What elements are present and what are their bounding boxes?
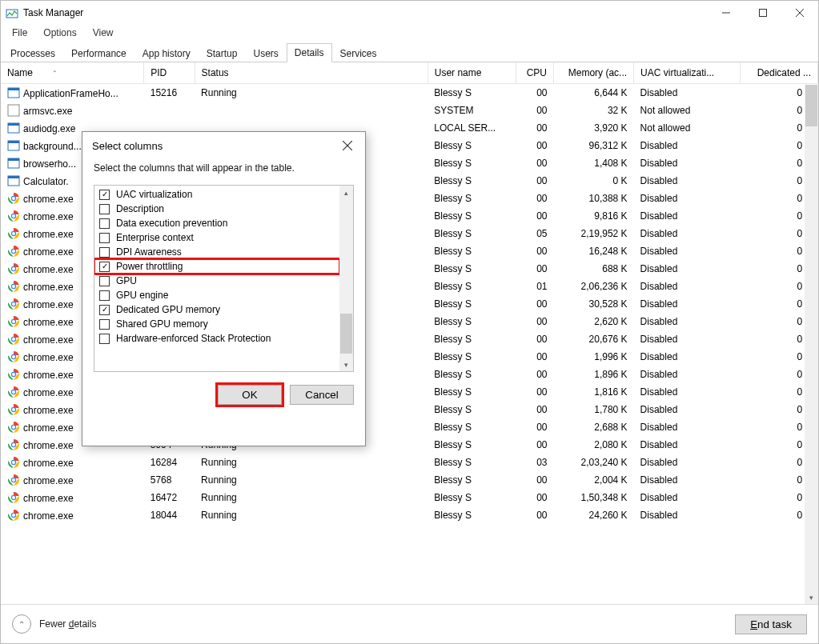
col-uac[interactable]: UAC virtualizati... — [634, 62, 741, 84]
column-option-label: GPU engine — [116, 290, 168, 301]
dialog-close-button[interactable] — [339, 136, 355, 156]
col-cpu[interactable]: CPU — [516, 62, 554, 84]
column-option[interactable]: ✓Power throttling — [94, 259, 339, 274]
table-row[interactable]: armsvc.exeSYSTEM0032 KNot allowed0 K — [1, 102, 818, 119]
checkbox[interactable] — [99, 204, 110, 214]
fewer-details-label: Fewer details — [39, 618, 96, 630]
ok-button[interactable]: OK — [218, 385, 282, 405]
column-option[interactable]: ✓Dedicated GPU memory — [94, 302, 339, 317]
checkbox[interactable] — [99, 247, 110, 258]
col-name[interactable]: Name⌃ — [1, 62, 144, 84]
cell-user: Blessy S — [428, 454, 516, 471]
cell-memory: 9,816 K — [554, 207, 634, 225]
svg-rect-7 — [8, 105, 19, 116]
column-option[interactable]: Data execution prevention — [94, 216, 339, 230]
menu-options[interactable]: Options — [35, 26, 84, 40]
cancel-button[interactable]: Cancel — [290, 385, 354, 405]
col-status[interactable]: Status — [195, 62, 428, 84]
checkbox[interactable] — [99, 334, 110, 344]
table-row[interactable]: chrome.exe16284RunningBlessy S032,03,240… — [1, 454, 818, 471]
table-row[interactable]: ApplicationFrameHo...15216RunningBlessy … — [1, 84, 818, 102]
menu-file[interactable]: File — [4, 26, 35, 40]
fewer-details-toggle[interactable]: ⌃ Fewer details — [12, 614, 96, 634]
cell-cpu: 00 — [516, 418, 554, 436]
cell-user: Blessy S — [428, 295, 516, 313]
cell-cpu: 00 — [516, 190, 554, 207]
cell-pid — [144, 102, 195, 119]
table-row[interactable]: chrome.exe18044RunningBlessy S0024,260 K… — [1, 506, 818, 524]
process-icon — [7, 350, 20, 363]
scroll-down-arrow-icon[interactable]: ▾ — [805, 590, 818, 604]
checkbox[interactable]: ✓ — [99, 262, 110, 272]
svg-rect-0 — [6, 10, 18, 18]
svg-point-27 — [12, 250, 15, 253]
svg-point-30 — [12, 267, 15, 270]
svg-point-60 — [12, 443, 15, 446]
checkbox[interactable] — [99, 319, 110, 330]
menu-view[interactable]: View — [85, 26, 122, 40]
svg-point-21 — [12, 214, 15, 218]
column-option[interactable]: GPU — [94, 274, 339, 288]
tab-startup[interactable]: Startup — [199, 44, 246, 62]
dialog-scroll-thumb[interactable] — [340, 314, 352, 354]
table-row[interactable]: chrome.exe5768RunningBlessy S002,004 KDi… — [1, 471, 818, 489]
end-task-button[interactable]: End task — [735, 614, 807, 634]
svg-point-33 — [12, 285, 15, 288]
checkbox[interactable] — [99, 233, 110, 243]
checkbox[interactable]: ✓ — [99, 305, 110, 315]
column-option[interactable]: Hardware-enforced Stack Protection — [94, 331, 339, 346]
tab-processes[interactable]: Processes — [2, 44, 63, 62]
dialog-scrollbar[interactable]: ▴ ▾ — [339, 186, 353, 371]
process-icon — [7, 139, 20, 152]
tab-performance[interactable]: Performance — [63, 44, 134, 62]
cell-uac: Not allowed — [634, 102, 741, 119]
maximize-button[interactable] — [745, 1, 781, 25]
column-option[interactable]: Shared GPU memory — [94, 317, 339, 331]
svg-point-48 — [12, 373, 15, 376]
cell-uac: Disabled — [634, 330, 741, 348]
column-option[interactable]: ✓UAC virtualization — [94, 187, 339, 202]
process-icon — [7, 509, 20, 522]
svg-point-72 — [12, 514, 15, 517]
checkbox[interactable] — [99, 276, 110, 286]
column-option[interactable]: Enterprise context — [94, 230, 339, 245]
checkbox[interactable] — [99, 290, 110, 301]
cell-uac: Disabled — [634, 207, 741, 225]
table-row[interactable]: chrome.exe16472RunningBlessy S001,50,348… — [1, 489, 818, 506]
cell-memory: 24,260 K — [554, 506, 634, 524]
process-icon — [7, 421, 20, 434]
cell-cpu: 00 — [516, 471, 554, 489]
tab-users[interactable]: Users — [245, 44, 286, 62]
cell-cpu: 00 — [516, 119, 554, 137]
svg-rect-9 — [8, 123, 19, 126]
checkbox[interactable] — [99, 218, 110, 229]
col-user[interactable]: User name — [428, 62, 516, 84]
cell-user: Blessy S — [428, 436, 516, 454]
checkbox[interactable]: ✓ — [99, 190, 110, 200]
column-option[interactable]: Description — [94, 202, 339, 216]
cell-cpu: 00 — [516, 242, 554, 260]
minimize-button[interactable] — [708, 1, 745, 25]
column-list: ✓UAC virtualizationDescriptionData execu… — [94, 185, 354, 372]
col-pid[interactable]: PID — [144, 62, 195, 84]
scroll-up-arrow-icon[interactable]: ▴ — [339, 186, 353, 199]
cell-uac: Disabled — [634, 260, 741, 278]
col-dedicated[interactable]: Dedicated ... — [740, 62, 817, 84]
column-option[interactable]: DPI Awareness — [94, 245, 339, 259]
process-icon — [7, 86, 20, 99]
vertical-scrollbar[interactable]: ▾ — [805, 85, 818, 604]
column-option[interactable]: GPU engine — [94, 288, 339, 302]
cell-user: Blessy S — [428, 154, 516, 172]
cell-memory: 1,996 K — [554, 348, 634, 366]
cell-cpu: 00 — [516, 172, 554, 190]
tab-details[interactable]: Details — [287, 43, 332, 62]
close-button[interactable] — [781, 1, 818, 25]
col-memory[interactable]: Memory (ac... — [554, 62, 634, 84]
scroll-thumb[interactable] — [805, 85, 817, 126]
tab-app-history[interactable]: App history — [134, 44, 199, 62]
cell-memory: 688 K — [554, 260, 634, 278]
scroll-down-arrow-icon[interactable]: ▾ — [339, 358, 353, 371]
cell-user: Blessy S — [428, 137, 516, 154]
cell-uac: Disabled — [634, 137, 741, 154]
tab-services[interactable]: Services — [332, 44, 385, 62]
